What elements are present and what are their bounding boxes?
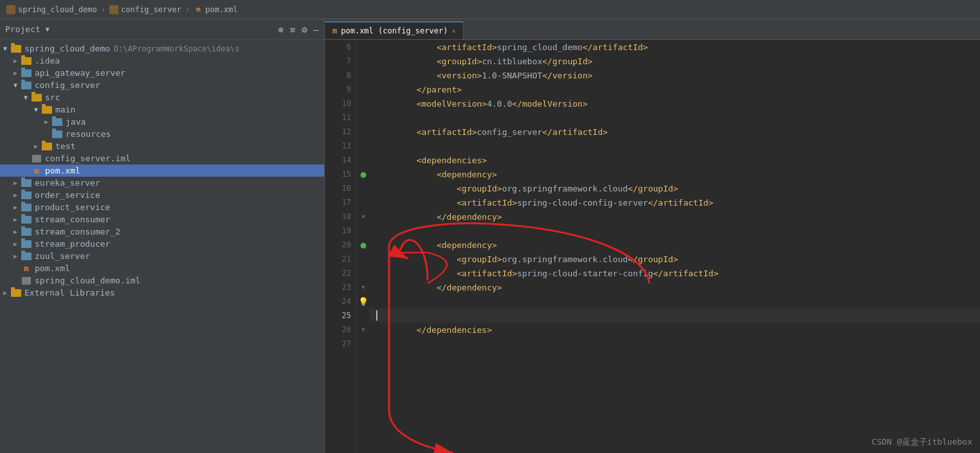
add-icon[interactable]: ⊕ [278, 24, 283, 35]
line-number-20: 20 [325, 238, 356, 252]
tab-label: pom.xml (config_server) [341, 26, 448, 35]
line-number-8: 8 [325, 68, 356, 82]
fold-icon[interactable]: ▼ [361, 284, 365, 290]
line-number-15: 15 [325, 167, 356, 181]
run-icon[interactable]: ● [360, 239, 366, 251]
gutter-item-27 [357, 337, 370, 351]
breadcrumb-file-label: pom.xml [205, 5, 238, 14]
editor-tabs: m pom.xml (config_server) × [325, 19, 980, 40]
gutter-item-6 [357, 40, 370, 54]
gutter-item-15[interactable]: ● [357, 167, 370, 181]
sidebar-item-product_service[interactable]: ▶ product_service [0, 201, 324, 213]
run-icon[interactable]: ● [360, 168, 366, 180]
code-line-22: <artifactId>spring-cloud-starter-config<… [370, 266, 980, 280]
folder-icon-2 [109, 5, 118, 14]
line-number-7: 7 [325, 54, 356, 68]
sidebar-item-api_gateway_server[interactable]: ▶ api_gateway_server [0, 67, 324, 79]
code-line-26: </dependencies> [370, 323, 980, 337]
sidebar-item-stream_consumer[interactable]: ▶ stream_consumer [0, 213, 324, 226]
sidebar-item-stream_producer[interactable]: ▶ stream_producer [0, 238, 324, 250]
tree-label-root_pom: pom.xml [35, 263, 70, 273]
tree-label-spring_cloud_demo_iml: spring_cloud_demo.iml [35, 276, 140, 285]
sidebar-header: Project ▼ ⊕ ≡ ⚙ — [0, 19, 324, 40]
sidebar-item-eureka_server[interactable]: ▶ eureka_server [0, 177, 324, 189]
tree-label-src: src [45, 93, 60, 102]
bulb-icon[interactable]: 💡 [358, 297, 368, 306]
tab-close-icon[interactable]: × [451, 28, 455, 35]
gutter-item-22 [357, 266, 370, 280]
line-number-11: 11 [325, 111, 356, 125]
folder-icon [6, 5, 15, 14]
tree-label-spring_cloud_demo: spring_cloud_demo [24, 44, 110, 53]
gutter-item-26[interactable]: ▼ [357, 323, 370, 337]
code-line-17: <artifactId>spring-cloud-config-server</… [370, 195, 980, 209]
code-line-15: <dependency> [370, 167, 980, 181]
dropdown-arrow-icon[interactable]: ▼ [46, 26, 50, 33]
tree-label-resources: resources [66, 129, 111, 139]
sidebar-item-idea[interactable]: ▶ .idea [0, 55, 324, 67]
gutter-item-9 [357, 82, 370, 96]
layers-icon[interactable]: ≡ [290, 24, 295, 35]
sidebar-item-java[interactable]: ▶ java [0, 116, 324, 128]
maven-icon: m [194, 5, 203, 14]
minimize-icon[interactable]: — [314, 24, 319, 35]
gutter-item-20[interactable]: ● [357, 238, 370, 252]
sidebar-item-test[interactable]: ▶ test [0, 140, 324, 152]
code-area[interactable]: <artifactId>spring_cloud_demo</artifactI… [370, 40, 980, 453]
code-line-19 [370, 224, 980, 238]
tree-label-stream_consumer_2: stream_consumer_2 [35, 227, 120, 236]
code-line-25 [370, 308, 980, 323]
tree-label-product_service: product_service [35, 202, 110, 212]
code-line-21: <groupId>org.springframework.cloud</grou… [370, 252, 980, 266]
gutter-item-10 [357, 96, 370, 111]
sidebar-item-config_server_iml[interactable]: config_server.iml [0, 152, 324, 164]
gutter-item-21 [357, 252, 370, 266]
sidebar-title: Project [5, 24, 41, 34]
sidebar-item-external_libraries[interactable]: ▶ External Libraries [0, 287, 324, 299]
gutter-item-25 [357, 308, 370, 323]
text-cursor [376, 310, 377, 321]
line-number-9: 9 [325, 82, 356, 96]
gutter-item-7 [357, 54, 370, 68]
sidebar: Project ▼ ⊕ ≡ ⚙ — ▼ spring_cloud_demo D:… [0, 19, 325, 453]
sidebar-item-src[interactable]: ▼ src [0, 91, 324, 103]
line-number-12: 12 [325, 125, 356, 139]
gutter-item-23[interactable]: ▼ [357, 280, 370, 294]
code-line-16: <groupId>org.springframework.cloud</grou… [370, 181, 980, 195]
fold-icon[interactable]: ▼ [361, 213, 365, 220]
gutter-item-18[interactable]: ▼ [357, 209, 370, 224]
sidebar-item-main[interactable]: ▼ main [0, 103, 324, 116]
line-numbers: 6789101112131415161718192021222324252627 [325, 40, 357, 453]
gutter: ●▼●▼💡▼ [357, 40, 370, 453]
tree-label-api_gateway_server: api_gateway_server [35, 68, 125, 78]
tree-label-config_server: config_server [35, 80, 100, 90]
line-number-13: 13 [325, 139, 356, 153]
gear-icon[interactable]: ⚙ [302, 24, 307, 35]
sidebar-item-pom_xml[interactable]: m pom.xml [0, 164, 324, 177]
sidebar-item-resources[interactable]: resources [0, 128, 324, 140]
sidebar-item-zuul_server[interactable]: ▶ zuul_server [0, 250, 324, 262]
editor-content: 6789101112131415161718192021222324252627… [325, 40, 980, 453]
sidebar-item-root_pom[interactable]: m pom.xml [0, 262, 324, 274]
line-number-25: 25 [325, 308, 356, 323]
tab-pom-xml[interactable]: m pom.xml (config_server) × [325, 21, 464, 39]
sidebar-item-stream_consumer_2[interactable]: ▶ stream_consumer_2 [0, 226, 324, 238]
code-line-18: </dependency> [370, 209, 980, 224]
fold-icon[interactable]: ▼ [361, 326, 365, 333]
gutter-item-24[interactable]: 💡 [357, 294, 370, 308]
code-line-12: <artifactId>config_server</artifactId> [370, 125, 980, 139]
sidebar-item-order_service[interactable]: ▶ order_service [0, 189, 324, 201]
tree-label-main: main [55, 105, 75, 114]
gutter-item-17 [357, 195, 370, 209]
sidebar-item-config_server[interactable]: ▼ config_server [0, 79, 324, 91]
code-line-20: <dependency> [370, 238, 980, 252]
gutter-item-16 [357, 181, 370, 195]
sidebar-item-spring_cloud_demo_iml[interactable]: spring_cloud_demo.iml [0, 274, 324, 287]
code-line-13 [370, 139, 980, 153]
gutter-item-8 [357, 68, 370, 82]
line-number-23: 23 [325, 280, 356, 294]
sidebar-item-spring_cloud_demo[interactable]: ▼ spring_cloud_demo D:\AProgramWorkSpace… [0, 42, 324, 55]
tab-maven-icon: m [332, 26, 337, 35]
gutter-item-11 [357, 111, 370, 125]
line-number-19: 19 [325, 224, 356, 238]
